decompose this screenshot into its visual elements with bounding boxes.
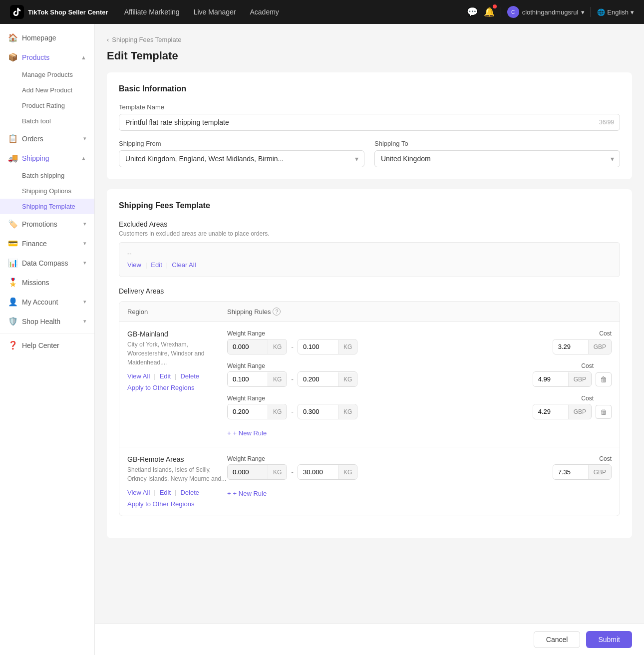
cost-currency-2: GBP [568, 372, 591, 386]
nav-language[interactable]: 🌐 English ▾ [597, 8, 634, 16]
remote-edit[interactable]: Edit [160, 489, 171, 496]
sidebar-item-homepage[interactable]: 🏠 Homepage [0, 28, 94, 47]
remote-delete[interactable]: Delete [180, 489, 199, 496]
sidebar-item-finance[interactable]: 💳 Finance ▾ [0, 234, 94, 253]
mainland-edit[interactable]: Edit [160, 372, 171, 380]
region-desc-remote: Shetland Islands, Isles of Scilly, Orkne… [127, 465, 227, 483]
layout: 🏠 Homepage 📦 Products ▲ Manage Products … [0, 24, 644, 655]
cost-group-1: GBP [553, 339, 612, 354]
mainland-apply-to-other[interactable]: Apply to Other Regions [127, 384, 194, 391]
shipping-from-col: Shipping From United Kingdom, England, W… [119, 140, 364, 167]
weight-range-header-2: Weight Range [227, 362, 265, 369]
mainland-view-all[interactable]: View All [127, 372, 150, 380]
mainland-new-rule-button[interactable]: + + New Rule [227, 427, 267, 439]
shipping-from-select[interactable]: United Kingdom, England, West Midlands, … [119, 150, 364, 167]
region-name-remote: GB-Remote Areas [127, 455, 227, 463]
weight-dash-3: - [291, 408, 294, 416]
weight-from-input-1 [228, 339, 268, 354]
sidebar-sub-product-rating[interactable]: Product Rating [0, 98, 94, 113]
template-name-group: Template Name 36/99 [119, 103, 620, 131]
sidebar-item-promotions[interactable]: 🏷️ Promotions ▾ [0, 214, 94, 234]
cost-input-3[interactable] [533, 404, 568, 419]
sidebar-item-my-account[interactable]: 👤 My Account ▾ [0, 292, 94, 312]
submit-button[interactable]: Submit [586, 631, 632, 648]
sidebar-sub-shipping-options[interactable]: Shipping Options [0, 183, 94, 199]
remote-apply-to-other[interactable]: Apply to Other Regions [127, 500, 194, 508]
promotions-icon: 🏷️ [8, 219, 17, 229]
nav-affiliate-marketing[interactable]: Affiliate Marketing [124, 8, 180, 16]
cost-input-remote-1[interactable] [553, 465, 588, 479]
delete-rule-3-button[interactable]: 🗑 [596, 405, 612, 419]
sidebar-item-shipping[interactable]: 🚚 Shipping ▲ [0, 148, 94, 168]
sidebar-item-missions[interactable]: 🎖️ Missions [0, 273, 94, 292]
weight-rule-2: KG - KG GBP [227, 371, 612, 387]
excluded-areas-box: -- View | Edit | Clear All [119, 242, 620, 277]
sidebar-sub-batch-shipping[interactable]: Batch shipping [0, 168, 94, 183]
cost-currency-remote-1: GBP [588, 465, 611, 479]
weight-from-input-2[interactable] [228, 372, 268, 386]
delivery-table: Region Shipping Rules ? GB-Mainland City… [119, 301, 620, 516]
sidebar-item-orders[interactable]: 📋 Orders ▾ [0, 129, 94, 148]
mainland-delete[interactable]: Delete [180, 372, 199, 380]
excluded-edit-link[interactable]: Edit [151, 261, 162, 269]
excluded-link-row: View | Edit | Clear All [127, 261, 612, 269]
sidebar-item-help-center[interactable]: ❓ Help Center [0, 335, 94, 355]
template-name-label: Template Name [119, 103, 620, 111]
sidebar-item-products[interactable]: 📦 Products ▲ [0, 47, 94, 67]
page-footer: Cancel Submit [95, 624, 644, 655]
cost-input-2[interactable] [533, 372, 568, 386]
weight-unit-1a: KG [268, 340, 287, 354]
nav-account[interactable]: C clothingandmugsrul ▾ [507, 6, 585, 18]
weight-to-remote-1[interactable] [298, 465, 338, 479]
notifications-icon[interactable]: 🔔 [484, 6, 495, 17]
weight-to-input-3[interactable] [298, 404, 338, 419]
cancel-button[interactable]: Cancel [534, 631, 581, 648]
weight-unit-1b: KG [338, 340, 357, 354]
home-icon: 🏠 [8, 33, 17, 42]
shipping-rules-help-icon[interactable]: ? [273, 308, 281, 316]
shipping-from-label: Shipping From [119, 140, 364, 147]
sidebar-item-data-compass[interactable]: 📊 Data Compass ▾ [0, 253, 94, 273]
sidebar-divider [0, 333, 94, 333]
delete-rule-2-button[interactable]: 🗑 [596, 372, 612, 386]
sidebar-sub-shipping-template[interactable]: Shipping Template [0, 199, 94, 214]
weight-from-input-3[interactable] [228, 404, 268, 419]
shipping-to-select[interactable]: United Kingdom [374, 150, 620, 167]
products-chevron: ▲ [81, 54, 86, 60]
cost-group-remote-1: GBP [553, 464, 612, 480]
breadcrumb-parent[interactable]: Shipping Fees Template [112, 36, 181, 43]
delivery-areas-label: Delivery Areas [119, 287, 620, 295]
new-rule-label-2: + New Rule [233, 490, 267, 497]
excluded-areas-label: Excluded Areas [119, 220, 620, 228]
excluded-clear-all-link[interactable]: Clear All [172, 261, 196, 269]
weight-to-group-2: KG [298, 371, 357, 387]
weight-unit-2a: KG [268, 372, 287, 386]
cost-group-2: GBP [533, 371, 592, 387]
excluded-areas-sublabel: Customers in excluded areas are unable t… [119, 230, 620, 237]
finance-chevron: ▾ [83, 240, 86, 247]
region-actions-remote: View All | Edit | Delete Apply to Other … [127, 488, 227, 508]
nav-academy[interactable]: Academy [250, 8, 279, 16]
cost-input-1[interactable] [553, 339, 588, 354]
nav-live-manager[interactable]: Live Manager [194, 8, 236, 16]
weight-to-input-2[interactable] [298, 372, 338, 386]
finance-icon: 💳 [8, 239, 17, 248]
rules-col-remote: Weight Range Cost KG - [227, 455, 612, 508]
weight-from-remote-1 [228, 465, 268, 479]
remote-new-rule-button[interactable]: + + New Rule [227, 488, 267, 499]
sidebar-item-shop-health[interactable]: 🛡️ Shop Health ▾ [0, 312, 94, 331]
weight-rule-3: KG - KG GBP [227, 404, 612, 419]
sidebar-sub-manage-products[interactable]: Manage Products [0, 67, 94, 82]
table-row: GB-Mainland City of York, Wrexham, Worce… [119, 322, 620, 447]
nav-divider-2 [591, 7, 591, 17]
region-desc-mainland: City of York, Wrexham, Worcestershire, W… [127, 340, 227, 367]
sidebar-sub-batch-tool[interactable]: Batch tool [0, 113, 94, 129]
weight-to-input-1[interactable] [298, 339, 338, 354]
logo: TikTok Shop Seller Center [10, 5, 108, 19]
sidebar-sub-add-product[interactable]: Add New Product [0, 82, 94, 98]
template-name-input[interactable] [119, 114, 620, 131]
remote-view-all[interactable]: View All [127, 489, 150, 496]
cost-header-1: Cost [599, 330, 612, 337]
excluded-view-link[interactable]: View [127, 261, 141, 269]
messages-icon[interactable]: 💬 [467, 6, 478, 17]
